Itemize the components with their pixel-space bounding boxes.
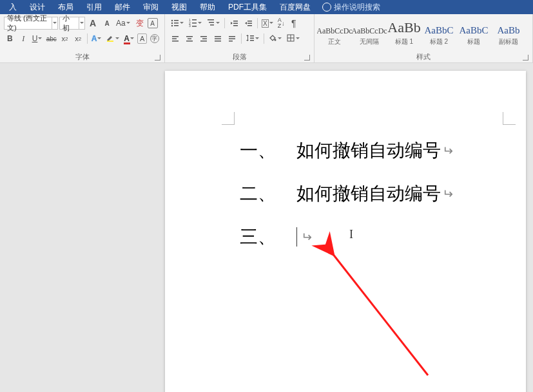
svg-rect-19 [247,21,252,22]
svg-rect-24 [172,41,179,42]
grow-font-button[interactable]: A [86,17,99,30]
underline-button[interactable]: U [31,32,44,45]
bucket-icon [268,33,277,44]
tell-me-search[interactable] [317,3,391,12]
svg-rect-26 [188,39,191,40]
menu-view[interactable]: 视图 [165,2,193,13]
svg-rect-31 [215,36,221,37]
styles-group: AaBbCcDc正文AaBbCcDc无间隔AaBb标题 1AaBbC标题 2Aa… [315,14,533,62]
styles-group-label: 样式 [317,51,530,62]
borders-icon [286,33,295,44]
menu-layout[interactable]: 布局 [52,2,80,13]
align-left-button[interactable] [169,32,182,45]
style-item-4[interactable]: AaBbC标题 [456,15,491,49]
svg-rect-6 [174,25,179,26]
font-group-label: 字体 [3,51,162,62]
doc-line-3[interactable]: 三、↵ [240,215,453,258]
menu-baidu-netdisk[interactable]: 百度网盘 [273,2,317,13]
numbering-icon: 123 [188,18,197,29]
char-shading-button[interactable]: A [137,33,147,44]
show-marks-button[interactable]: ¶ [287,17,300,30]
style-item-1[interactable]: AaBbCcDc无间隔 [352,15,387,49]
change-case-button[interactable]: Aa [115,17,132,30]
strikethrough-button[interactable]: abc [45,32,57,45]
svg-rect-22 [172,36,179,37]
style-gallery[interactable]: AaBbCcDc正文AaBbCcDc无间隔AaBb标题 1AaBbC标题 2Aa… [317,15,530,49]
svg-rect-2 [174,20,179,21]
text-cursor-icon: I [349,228,353,241]
menu-references[interactable]: 引用 [80,2,108,13]
svg-rect-25 [186,36,193,37]
multilevel-list-button[interactable] [205,17,222,30]
font-name-combo[interactable]: 等线 (西文正文) [4,17,58,30]
bullets-icon [170,18,179,29]
separator [224,18,225,28]
shading-button[interactable] [267,32,284,45]
doc-line-1[interactable]: 一、如何撤销自动编号↵ [240,129,453,172]
svg-rect-14 [209,22,214,23]
align-right-button[interactable] [197,32,210,45]
svg-rect-36 [229,41,233,42]
paragraph-group: 123 X AZ↓ ¶ [165,14,315,62]
decrease-indent-button[interactable] [228,17,240,30]
justify-button[interactable] [211,32,224,45]
highlight-button[interactable] [104,32,121,45]
doc-line-2[interactable]: 二、如何撤销自动编号↵ [240,172,453,215]
phonetic-guide-button[interactable]: 变 [133,17,146,30]
menu-design[interactable]: 设计 [23,2,52,13]
bullets-button[interactable] [169,17,186,30]
paragraph-mark-icon: ↵ [301,221,312,252]
shrink-font-button[interactable]: A [101,17,113,30]
char-border-button[interactable]: A [148,18,158,28]
style-item-0[interactable]: AaBbCcDc正文 [317,15,352,49]
separator [264,33,264,44]
sort-button[interactable]: AZ↓ [276,17,286,30]
highlighter-icon [106,33,115,44]
menu-bar: 入 设计 布局 引用 邮件 审阅 视图 帮助 PDF工具集 百度网盘 [0,0,533,14]
font-size-combo[interactable]: 小初 [59,17,85,30]
text-effects-button[interactable]: A [90,32,104,45]
svg-rect-21 [247,25,252,26]
svg-rect-39 [250,37,254,39]
separator [257,18,258,28]
increase-indent-button[interactable] [242,17,255,30]
separator [241,33,242,44]
subscript-button[interactable]: x2 [59,32,71,45]
svg-rect-10 [192,23,197,24]
bold-button[interactable]: B [4,32,16,45]
document-content[interactable]: 一、如何撤销自动编号↵二、如何撤销自动编号↵三、↵ [240,129,453,259]
document-page[interactable]: 一、如何撤销自动编号↵二、如何撤销自动编号↵三、↵ I [165,71,526,392]
menu-insert[interactable]: 入 [3,2,23,13]
svg-point-41 [275,39,276,41]
italic-button[interactable]: I [17,32,30,45]
menu-help[interactable]: 帮助 [193,2,222,13]
search-input[interactable] [334,3,385,12]
enclose-char-button[interactable]: 字 [148,32,160,45]
menu-review[interactable]: 审阅 [137,2,165,13]
svg-rect-29 [202,39,207,40]
style-item-3[interactable]: AaBbC标题 2 [422,15,456,49]
style-item-2[interactable]: AaBb标题 1 [387,15,422,49]
svg-rect-40 [250,40,254,41]
svg-point-3 [171,22,173,23]
style-item-5[interactable]: AaBb副标题 [491,15,526,49]
svg-rect-33 [215,41,221,42]
borders-button[interactable] [285,32,302,45]
font-color-button[interactable]: A [122,32,136,45]
svg-rect-4 [174,23,179,24]
separator [87,33,88,44]
svg-rect-20 [247,23,252,24]
ribbon: 等线 (西文正文) 小初 A A Aa 变 A B I U abc x2 x2 [0,14,533,63]
menu-mailings[interactable]: 邮件 [108,2,137,13]
menu-pdf-tools[interactable]: PDF工具集 [222,2,273,13]
align-center-button[interactable] [183,32,196,45]
distributed-button[interactable] [226,32,238,45]
asian-layout-button[interactable]: X [260,17,275,30]
svg-rect-35 [229,39,235,40]
svg-rect-8 [192,19,197,21]
lightbulb-icon [322,3,331,12]
superscript-button[interactable]: x2 [72,32,84,45]
line-spacing-button[interactable] [244,32,261,45]
svg-rect-17 [233,23,238,24]
numbering-button[interactable]: 123 [187,17,204,30]
